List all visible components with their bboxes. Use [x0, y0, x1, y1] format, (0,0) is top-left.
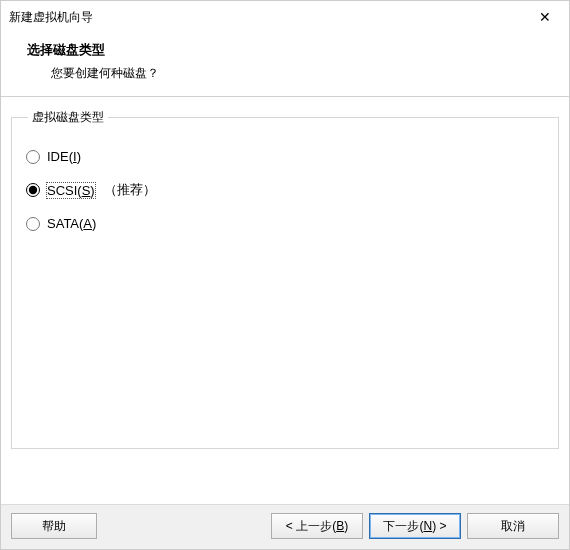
wizard-subheading: 您要创建何种磁盘？ — [51, 65, 561, 82]
radio-scsi[interactable] — [26, 183, 40, 197]
wizard-window: 新建虚拟机向导 ✕ 选择磁盘类型 您要创建何种磁盘？ 虚拟磁盘类型 IDE(I)… — [0, 0, 570, 550]
next-button[interactable]: 下一步(N) > — [369, 513, 461, 539]
wizard-content: 虚拟磁盘类型 IDE(I) SCSI(S) （推荐） SATA(A) — [1, 97, 569, 504]
radio-sata[interactable] — [26, 217, 40, 231]
radio-hint-scsi: （推荐） — [104, 181, 156, 199]
radio-ide[interactable] — [26, 150, 40, 164]
titlebar: 新建虚拟机向导 ✕ — [1, 1, 569, 33]
radio-label-sata: SATA(A) — [46, 215, 97, 232]
group-legend: 虚拟磁盘类型 — [28, 109, 108, 126]
disk-type-group: 虚拟磁盘类型 IDE(I) SCSI(S) （推荐） SATA(A) — [11, 109, 559, 449]
radio-label-ide: IDE(I) — [46, 148, 82, 165]
radio-label-scsi: SCSI(S) — [46, 182, 96, 199]
close-button[interactable]: ✕ — [525, 3, 565, 31]
help-button[interactable]: 帮助 — [11, 513, 97, 539]
window-title: 新建虚拟机向导 — [9, 9, 93, 26]
radio-option-sata[interactable]: SATA(A) — [26, 215, 546, 232]
cancel-button[interactable]: 取消 — [467, 513, 559, 539]
back-button[interactable]: < 上一步(B) — [271, 513, 363, 539]
radio-option-scsi[interactable]: SCSI(S) （推荐） — [26, 181, 546, 199]
wizard-heading: 选择磁盘类型 — [27, 41, 561, 59]
radio-option-ide[interactable]: IDE(I) — [26, 148, 546, 165]
close-icon: ✕ — [539, 9, 551, 25]
wizard-header: 选择磁盘类型 您要创建何种磁盘？ — [1, 33, 569, 96]
wizard-footer: 帮助 < 上一步(B) 下一步(N) > 取消 — [1, 504, 569, 549]
